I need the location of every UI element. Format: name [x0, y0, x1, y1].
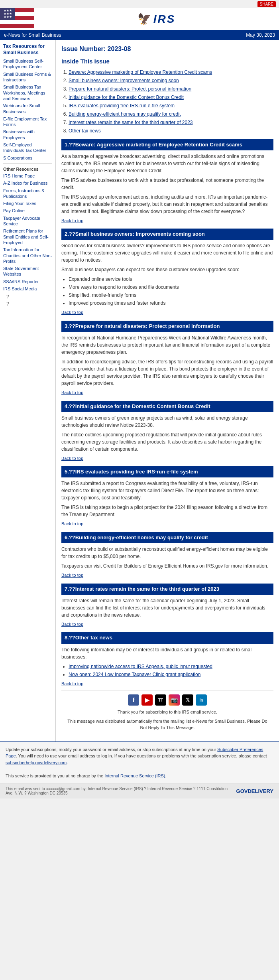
linkedin-icon[interactable]: in [196, 694, 207, 706]
toc-item: Beware: Aggressive marketing of Employee… [69, 69, 273, 76]
toc-link-3[interactable]: Prepare for natural disasters: Protect p… [69, 86, 191, 92]
article-para: Good news for small business owners? imp… [61, 242, 273, 264]
share-button[interactable]: SHARE [257, 1, 276, 7]
article-header-7: 7.??Interest rates remain the same for t… [61, 584, 273, 595]
social-icons: f ▶ TT 📷 𝕏 in [65, 694, 269, 706]
facebook-icon[interactable]: f [128, 694, 139, 706]
contact-link[interactable]: subscriberhelp.govdelivery.com [6, 760, 67, 765]
blue-nav-bar: e-News for Small Business May 30, 2023 [0, 30, 279, 40]
back-to-top-6: Back to top [61, 572, 273, 579]
back-to-top-3: Back to top [61, 389, 273, 396]
article-body-8: The following information may be of inte… [61, 646, 273, 678]
article-para: The IRS advises businesses to work with … [61, 177, 273, 191]
bullet-link[interactable]: Now open: 2024 Low Income Taxpayer Clini… [69, 672, 200, 677]
share-bar: SHARE [0, 0, 279, 8]
toc-link-5[interactable]: IRS evaluates providing free IRS-run e-f… [69, 103, 175, 108]
bullet-link[interactable]: Improving nationwide access to IRS Appea… [69, 664, 212, 669]
irs-logo-area: 🦅 IRS [34, 8, 279, 30]
main-layout: Tax Resources for Small Business Small B… [0, 40, 279, 741]
article-para: Taxpayers can visit Credit for Builders … [61, 562, 273, 570]
footer-text-1: Thank you for subscribing to this IRS em… [65, 709, 269, 716]
sidebar-link-forms-instructions[interactable]: Small Business Forms & Instructions [3, 71, 52, 83]
toc-link-1[interactable]: Beware: Aggressive marketing of Employee… [69, 69, 212, 75]
toc-item: Prepare for natural disasters: Protect p… [69, 85, 273, 93]
youtube-icon[interactable]: ▶ [141, 694, 153, 706]
back-to-top-link-3[interactable]: Back to top [61, 390, 83, 395]
article-header-1: 1.??Beware: Aggressive marketing of Empl… [61, 139, 273, 150]
article-header-8: 8.??Other tax news [61, 632, 273, 643]
article-body-4: Small business owners of green energy pr… [61, 414, 273, 453]
sidebar-link-az-index[interactable]: A-Z Index for Business [3, 180, 52, 186]
sidebar-link-employees[interactable]: Businesses with Employees [3, 129, 52, 140]
table-of-contents: Beware: Aggressive marketing of Employee… [61, 69, 273, 134]
tiktok-icon[interactable]: TT [155, 694, 166, 706]
sidebar-link-state-govt[interactable]: State Government Websites [3, 266, 52, 277]
sidebar-link-tax-charities[interactable]: Tax Information for Charities and Other … [3, 247, 52, 264]
back-to-top-link-2[interactable]: Back to top [61, 310, 83, 315]
article-para: The IRS stepped up enforcement actions, … [61, 193, 273, 215]
bottom-section: Update your subscriptions, modify your p… [0, 741, 279, 783]
article-title-1: Beware: Aggressive marketing of Employee… [75, 142, 242, 148]
sidebar-link-filing-taxes[interactable]: Filing Your Taxes [3, 201, 52, 206]
article-number-4: 4. [65, 403, 69, 409]
bullet-item: More ways to respond to notices and file… [69, 284, 273, 291]
article-header-6: 6.??Building energy-efficient homes may … [61, 532, 273, 543]
toc-link-8[interactable]: Other tax news [69, 128, 101, 134]
article-number-3: 3. [65, 323, 69, 329]
subscriber-prefs-link[interactable]: Subscriber Preferences Page [6, 747, 263, 759]
article-title-3: Prepare for natural disasters: Protect p… [75, 323, 220, 329]
back-to-top-link-8[interactable]: Back to top [61, 681, 83, 686]
sidebar-link-efile[interactable]: E-file Employment Tax Forms [3, 116, 52, 128]
irs-link[interactable]: Internal Revenue Service (IRS) [104, 773, 165, 778]
twitter-icon[interactable]: 𝕏 [182, 694, 193, 706]
article-number-5: 5. [65, 469, 69, 475]
article-title-4: Initial guidance for the Domestic Conten… [75, 403, 210, 409]
sidebar-link-taxpayer-advocate[interactable]: Taxpayer Advocate Service [3, 215, 52, 227]
sidebar-link-ssa-irs[interactable]: SSA/IRS Reporter [3, 279, 52, 284]
instagram-icon[interactable]: 📷 [169, 694, 180, 706]
back-to-top-link-7[interactable]: Back to top [61, 622, 83, 627]
article-header-3: 3.??Prepare for natural disasters: Prote… [61, 321, 273, 332]
sidebar-link-irs-home[interactable]: IRS Home Page [3, 173, 52, 179]
sidebar-link-webinars[interactable]: Webinars for Small Businesses [3, 103, 52, 114]
article-bullets-2: Expanded online service tools More ways … [61, 276, 273, 307]
article-title-5: IRS evaluates providing free IRS-run e-f… [75, 469, 198, 475]
toc-item: Small business owners: Improvements comi… [69, 77, 273, 84]
article-body-7: Interest rates will remain the same for … [61, 597, 273, 619]
toc-item: IRS evaluates providing free IRS-run e-f… [69, 102, 273, 109]
article-para: The following information may be of inte… [61, 646, 273, 661]
article-para: The notice outlines upcoming proposed re… [61, 431, 273, 453]
article-title-2: Small business owners: Improvements comi… [75, 231, 205, 237]
article-number-2: 2. [65, 231, 69, 237]
email-sent-info: This email was sent to xxxxxx@gmail.com … [6, 787, 236, 795]
article-header-5: 5.??IRS evaluates providing free IRS-run… [61, 466, 273, 477]
sidebar-title: Tax Resources for Small Business [3, 43, 52, 56]
sidebar-link-workshops[interactable]: Small Business Tax Workshops, Meetings a… [3, 84, 52, 101]
article-title-8: Other tax news [75, 635, 112, 641]
toc-link-4[interactable]: Initial guidance for the Domestic Conten… [69, 95, 184, 100]
back-to-top-7: Back to top [61, 621, 273, 628]
sidebar-link-self-employed[interactable]: Self-Employed Individuals Tax Center [3, 142, 52, 154]
back-to-top-link-4[interactable]: Back to top [61, 456, 83, 461]
article-number-1: 1. [65, 142, 69, 148]
back-to-top-link-1[interactable]: Back to top [61, 218, 83, 223]
bottom-para-2: This service is provided to you at no ch… [6, 773, 273, 779]
article-number-6: 6. [65, 534, 69, 540]
back-to-top-link-6[interactable]: Back to top [61, 573, 83, 578]
sidebar-link-retirement-plans[interactable]: Retirement Plans for Small Entities and … [3, 228, 52, 245]
sidebar-link-pay-online[interactable]: Pay Online [3, 208, 52, 213]
article-header-4: 4.??Initial guidance for the Domestic Co… [61, 401, 273, 412]
sidebar-link-corporations[interactable]: S Corporations [3, 155, 52, 161]
back-to-top-8: Back to top [61, 680, 273, 687]
toc-link-6[interactable]: Building energy-efficient homes may qual… [69, 111, 181, 117]
article-para: Interest rates will remain the same for … [61, 597, 273, 619]
sidebar-link-social-media[interactable]: IRS Social Media [3, 286, 52, 292]
toc-link-2[interactable]: Small business owners: Improvements comi… [69, 78, 179, 83]
irs-wordmark: IRS [153, 13, 176, 26]
sidebar-link-self-employment[interactable]: Small Business Self-Employment Center [3, 58, 52, 70]
article-body-3: In recognition of National Hurricane Pre… [61, 334, 273, 387]
sidebar-link-forms-pubs[interactable]: Forms, Instructions & Publications [3, 188, 52, 199]
toc-link-7[interactable]: Interest rates remain the same for the t… [69, 120, 193, 125]
govdelivery-logo: GOVDELIVERY [236, 788, 273, 794]
back-to-top-link-5[interactable]: Back to top [61, 521, 83, 526]
